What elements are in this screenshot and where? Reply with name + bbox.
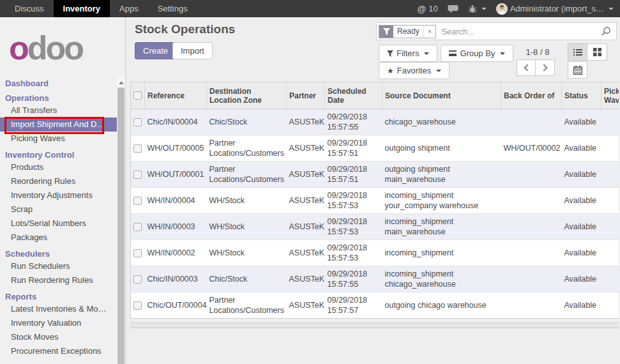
sidebar-item[interactable]: Inventory Valuation — [0, 316, 117, 330]
mentions-button[interactable]: @ 10 — [418, 4, 438, 14]
column-header[interactable]: Scheduled Date — [325, 82, 382, 109]
topbar-menu-item[interactable]: Discuss — [5, 0, 54, 17]
cell-source-document: outgoing shipment main_warehouse — [382, 162, 501, 188]
cell-picking-wave — [601, 240, 619, 266]
topbar-menu-item[interactable]: Settings — [148, 0, 197, 17]
topbar-menu-item[interactable]: Apps — [110, 0, 148, 17]
favorites-button[interactable]: ★ Favorites — [379, 62, 450, 79]
table-row[interactable]: WH/IN/00003 WH/Stock ASUSTeK 09/29/2018 … — [131, 214, 619, 240]
row-checkbox[interactable] — [133, 223, 142, 231]
scrollbar-thumb[interactable] — [117, 87, 125, 364]
calendar-view-button[interactable] — [568, 61, 587, 79]
sidebar-item[interactable]: Procurement Exceptions — [0, 344, 117, 358]
speech-bubble-icon — [448, 4, 458, 13]
cell-picking-wave — [601, 292, 619, 319]
sidebar-item[interactable]: Run Schedulers — [0, 259, 117, 273]
debug-menu-button[interactable] — [468, 4, 487, 13]
row-checkbox-cell — [131, 162, 145, 188]
sidebar-item[interactable]: Lots/Serial Numbers — [0, 216, 117, 231]
chevron-down-icon — [500, 52, 505, 55]
sidebar-item[interactable]: Scrap — [0, 202, 117, 216]
row-checkbox[interactable] — [133, 197, 142, 205]
topbar-menu-item[interactable]: Inventory — [54, 0, 110, 17]
kanban-view-button[interactable] — [587, 43, 607, 61]
filters-button[interactable]: Filters — [379, 45, 437, 62]
chevron-left-icon — [524, 64, 531, 71]
group-by-button[interactable]: Group By — [441, 45, 513, 62]
select-all-checkbox-cell — [131, 82, 145, 109]
column-header[interactable]: Destination Location Zone — [207, 82, 287, 109]
row-checkbox[interactable] — [133, 171, 142, 179]
cell-status: Available — [562, 240, 601, 266]
row-checkbox[interactable] — [133, 144, 142, 153]
user-menu[interactable]: Administrator (import_s… — [496, 3, 614, 15]
sidebar-section-items: Latest Inventories & Mo…Inventory Valuat… — [0, 302, 117, 358]
cell-back-order-of — [501, 188, 562, 214]
list-view-button[interactable] — [568, 43, 587, 61]
sidebar-item[interactable]: Stock Moves — [0, 330, 117, 344]
pager-next-button[interactable] — [536, 59, 555, 76]
sidebar-item[interactable]: All Transfers — [0, 103, 117, 118]
pager-range[interactable]: 1-8 / 8 — [515, 47, 560, 57]
row-checkbox[interactable] — [133, 275, 142, 284]
table-row[interactable]: WH/OUT/00005 Partner Locations/Customers… — [131, 135, 619, 162]
pager-previous-button[interactable] — [517, 59, 536, 76]
create-button[interactable]: Create — [135, 42, 176, 59]
table-row[interactable]: WH/OUT/00001 Partner Locations/Customers… — [131, 162, 619, 188]
search-bar: Ready × — [376, 22, 617, 40]
search-input[interactable] — [436, 27, 601, 36]
sidebar-item[interactable]: Inventory Adjustments — [0, 188, 117, 202]
facet-remove-icon[interactable]: × — [423, 26, 435, 38]
cell-reference: WH/OUT/00001 — [145, 162, 207, 188]
sidebar: odoo Dashboard Operations All TransfersI… — [0, 17, 126, 364]
sidebar-item[interactable]: Reordering Rules — [0, 174, 117, 188]
cell-destination-location-zone: Partner Locations/Customers — [207, 135, 287, 162]
table-row[interactable]: Chic/IN/00004 Chic/Stock ASUSTeK 09/29/2… — [131, 109, 619, 135]
sidebar-item[interactable]: Packages — [0, 231, 117, 245]
app-window: DiscussInventoryAppsSettings @ 10 — [0, 0, 620, 364]
odoo-logo[interactable]: odoo — [9, 31, 82, 64]
sidebar-section-items: ProductsReordering RulesInventory Adjust… — [0, 160, 117, 245]
table-row[interactable]: Chic/IN/00003 Chic/Stock ASUSTeK 09/29/2… — [131, 266, 619, 292]
cell-scheduled-date: 09/29/2018 15:57:55 — [325, 266, 382, 292]
search-icon[interactable] — [601, 26, 611, 36]
cell-status: Available — [562, 135, 601, 162]
row-checkbox-cell — [131, 266, 145, 292]
messages-button[interactable] — [448, 4, 458, 13]
chevron-down-icon — [436, 70, 441, 72]
column-header[interactable]: Reference — [145, 82, 207, 109]
avatar — [496, 3, 508, 15]
cell-partner: ASUSTeK — [287, 266, 325, 292]
sidebar-section: Inventory Control ProductsReordering Rul… — [0, 149, 117, 245]
topbar-systray: @ 10 — [418, 0, 620, 17]
user-name: Administrator (import_s… — [510, 4, 604, 13]
row-checkbox[interactable] — [133, 301, 142, 310]
table-footer-bar — [130, 322, 619, 328]
column-header[interactable]: Source Document — [382, 82, 501, 109]
sidebar-item[interactable]: Products — [0, 160, 117, 174]
column-header[interactable]: Status — [562, 82, 601, 109]
calendar-icon — [573, 66, 582, 75]
chevron-down-icon — [424, 52, 429, 55]
sidebar-section-header: Reports — [0, 291, 117, 302]
cell-source-document: incoming_shipment chicago_warehouse — [382, 266, 501, 292]
sidebar-item[interactable]: Run Reordering Rules — [0, 273, 117, 287]
import-button[interactable]: Import — [172, 42, 213, 59]
sidebar-scrollbar[interactable] — [117, 78, 125, 364]
row-checkbox[interactable] — [133, 118, 142, 126]
cell-partner: ASUSTeK — [287, 162, 325, 188]
column-header[interactable]: Partner — [287, 82, 325, 109]
cell-source-document: incoming_shipment your_company warehouse — [382, 188, 501, 214]
table-row[interactable]: WH/IN/00002 WH/Stock ASUSTeK 09/29/2018 … — [131, 240, 619, 266]
column-header[interactable]: Picking Wave — [601, 82, 619, 109]
column-header[interactable]: Back Order of — [501, 82, 562, 109]
select-all-checkbox[interactable] — [133, 91, 142, 100]
row-checkbox[interactable] — [133, 249, 142, 257]
cell-scheduled-date: 09/29/2018 15:57:55 — [325, 109, 382, 135]
sidebar-item[interactable]: Import Shipment And D… — [0, 118, 117, 132]
table-row[interactable]: WH/IN/00004 WH/Stock ASUSTeK 09/29/2018 … — [131, 188, 619, 214]
sidebar-item[interactable]: Picking Waves — [0, 132, 117, 146]
scroll-up-arrow-icon[interactable] — [117, 78, 125, 87]
sidebar-item[interactable]: Latest Inventories & Mo… — [0, 302, 117, 316]
table-row[interactable]: Chic/OUT/00004 Partner Locations/Custome… — [131, 292, 619, 319]
